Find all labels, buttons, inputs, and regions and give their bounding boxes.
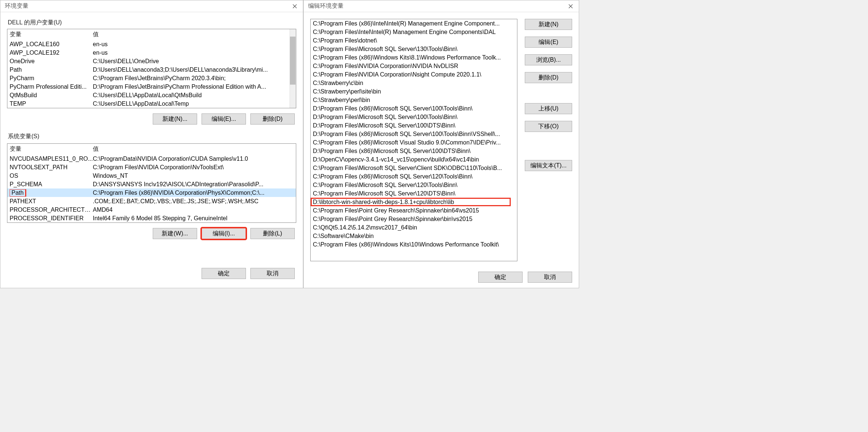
var-name: Path — [10, 189, 93, 197]
list-item[interactable]: D:\libtorch-win-shared-with-deps-1.8.1+c… — [311, 198, 511, 206]
move-down-button[interactable]: 下移(O) — [525, 121, 572, 132]
list-item[interactable]: C:\Program Files (x86)\Intel\Intel(R) Ma… — [311, 19, 511, 28]
var-value: D:\Users\DELL\anaconda3;D:\Users\DELL\an… — [93, 67, 294, 73]
var-name: PROCESSOR_ARCHITECTU... — [10, 207, 93, 213]
close-icon[interactable] — [289, 2, 301, 11]
var-value: C:\Users\DELL\AppData\Local\QtMsBuild — [93, 92, 294, 99]
list-item[interactable]: C:\Program Files\Microsoft SQL Server\12… — [311, 189, 511, 198]
close-icon[interactable] — [565, 2, 577, 11]
sys-delete-button[interactable]: 删除(L) — [250, 228, 295, 239]
list-item[interactable]: C:\Program Files\Microsoft SQL Server\Cl… — [311, 164, 511, 172]
col-value: 值 — [93, 145, 99, 153]
table-row[interactable]: AWP_LOCALE192en-us — [7, 48, 296, 57]
sys-new-button[interactable]: 新建(W)... — [153, 228, 197, 239]
var-value: C:\Program Files\NVIDIA Corporation\NvTo… — [93, 164, 294, 171]
list-item[interactable]: D:\Program Files\Microsoft SQL Server\10… — [311, 121, 511, 130]
table-row[interactable]: QtMsBuildC:\Users\DELL\AppData\Local\QtM… — [7, 91, 296, 99]
var-value: C:\Program Files\JetBrains\PyCharm 2020.… — [93, 75, 294, 82]
list-item[interactable]: D:\Program Files (x86)\Microsoft SQL Ser… — [311, 104, 511, 113]
table-row[interactable]: PathC:\Program Files (x86)\NVIDIA Corpor… — [7, 188, 296, 197]
new-button[interactable]: 新建(N) — [525, 19, 572, 30]
list-item[interactable]: C:\Program Files\Point Grey Research\Spi… — [311, 215, 511, 223]
edit-button[interactable]: 编辑(E) — [525, 37, 572, 48]
ok-button[interactable]: 确定 — [478, 272, 523, 283]
list-item[interactable]: D:\Program Files (x86)\Microsoft SQL Ser… — [311, 130, 511, 138]
user-new-button[interactable]: 新建(N)... — [153, 113, 197, 125]
list-item[interactable]: C:\Program Files\Intel\Intel(R) Manageme… — [311, 28, 511, 36]
var-name: AWP_LOCALE160 — [10, 41, 93, 48]
column-header: 变量 值 — [7, 29, 296, 40]
var-value: C:\ProgramData\NVIDIA Corporation\CUDA S… — [93, 156, 294, 162]
list-item[interactable]: C:\Strawberry\c\bin — [311, 79, 511, 87]
ok-button[interactable]: 确定 — [202, 268, 246, 279]
list-item[interactable]: D:\OpenCV\opencv-3.4.1-vc14_vc15\opencv\… — [311, 155, 511, 164]
var-value: Intel64 Family 6 Model 85 Stepping 7, Ge… — [93, 215, 294, 222]
list-item[interactable]: C:\Program Files\NVIDIA Corporation\NVID… — [311, 62, 511, 70]
var-value: .COM;.EXE;.BAT;.CMD;.VBS;.VBE;.JS;.JSE;.… — [93, 198, 294, 205]
list-item[interactable]: C:\Program Files (x86)\Microsoft Visual … — [311, 138, 511, 147]
list-item[interactable]: C:\Software\CMake\bin — [311, 232, 511, 240]
table-row[interactable]: PROCESSOR_IDENTIFIERIntel64 Family 6 Mod… — [7, 214, 296, 222]
list-item[interactable]: C:\Program Files\Microsoft SQL Server\12… — [311, 181, 511, 189]
var-value: en-us — [93, 50, 294, 56]
table-row[interactable]: PathD:\Users\DELL\anaconda3;D:\Users\DEL… — [7, 65, 296, 74]
var-value: C:\Program Files (x86)\NVIDIA Corporatio… — [93, 190, 294, 196]
var-name: NVTOOLSEXT_PATH — [10, 164, 93, 171]
col-variable: 变量 — [10, 145, 93, 153]
scrollbar[interactable] — [290, 29, 296, 108]
table-row[interactable]: PATHEXT.COM;.EXE;.BAT;.CMD;.VBS;.VBE;.JS… — [7, 197, 296, 205]
var-value: C:\Users\DELL\AppData\Local\Temp — [93, 101, 294, 107]
list-item[interactable]: C:\Strawberry\perl\bin — [311, 96, 511, 104]
sys-edit-button[interactable]: 编辑(I)... — [202, 228, 246, 239]
list-item[interactable]: C:\Strawberry\perl\site\bin — [311, 87, 511, 96]
list-item[interactable]: C:\Program Files\Point Grey Research\Spi… — [311, 206, 511, 215]
list-item[interactable]: D:\Program Files (x86)\Microsoft SQL Ser… — [311, 147, 511, 155]
table-row[interactable]: PyCharmC:\Program Files\JetBrains\PyChar… — [7, 74, 296, 82]
list-item[interactable]: D:\Program Files\Microsoft SQL Server\10… — [311, 113, 511, 121]
user-delete-button[interactable]: 删除(D) — [250, 113, 295, 125]
list-item[interactable]: C:\Program Files\dotnet\ — [311, 36, 511, 45]
table-row[interactable]: P_SCHEMAD:\ANSYS\ANSYS Inc\v192\AISOL\CA… — [7, 180, 296, 188]
table-row[interactable]: PyCharm Professional Editi...D:\Program … — [7, 82, 296, 91]
var-value: C:\Users\DELL\OneDrive — [93, 58, 294, 65]
table-row[interactable]: OSWindows_NT — [7, 171, 296, 180]
list-item[interactable]: C:\Program Files (x86)\Microsoft SQL Ser… — [311, 172, 511, 181]
var-name: PROCESSOR_IDENTIFIER — [10, 215, 93, 222]
delete-button[interactable]: 删除(D) — [525, 72, 572, 83]
cancel-button[interactable]: 取消 — [528, 272, 572, 283]
user-vars-listbox[interactable]: 变量 值 AWP_LOCALE160en-usAWP_LOCALE192en-u… — [7, 29, 296, 108]
col-value: 值 — [93, 31, 99, 38]
table-row[interactable]: PROCESSOR_ARCHITECTU...AMD64 — [7, 205, 296, 214]
list-item[interactable]: C:\Program Files\NVIDIA Corporation\Nsig… — [311, 70, 511, 79]
sys-vars-listbox[interactable]: 变量 值 NVCUDASAMPLES11_0_RO...C:\ProgramDa… — [7, 143, 296, 223]
list-item[interactable]: C:\Program Files (x86)\Windows Kits\8.1\… — [311, 53, 511, 62]
list-item[interactable]: C:\Program Files (x86)\Windows Kits\10\W… — [311, 240, 511, 249]
var-value: Windows_NT — [93, 173, 294, 179]
move-up-button[interactable]: 上移(U) — [525, 103, 572, 114]
table-row[interactable]: AWP_LOCALE160en-us — [7, 40, 296, 48]
browse-button[interactable]: 浏览(B)... — [525, 54, 572, 65]
path-values-listbox[interactable]: C:\Program Files (x86)\Intel\Intel(R) Ma… — [310, 19, 517, 261]
window-title: 编辑环境变量 — [308, 2, 344, 10]
user-vars-label: DELL 的用户变量(U) — [8, 19, 296, 27]
var-name: PATHEXT — [10, 198, 93, 205]
titlebar: 环境变量 — [0, 0, 303, 12]
list-item[interactable]: C:\Qt\Qt5.14.2\5.14.2\msvc2017_64\bin — [311, 223, 511, 232]
table-row[interactable]: TEMPC:\Users\DELL\AppData\Local\Temp — [7, 99, 296, 108]
user-edit-button[interactable]: 编辑(E)... — [202, 113, 246, 125]
edit-text-button[interactable]: 编辑文本(T)... — [525, 160, 572, 171]
table-row[interactable]: OneDriveC:\Users\DELL\OneDrive — [7, 57, 296, 65]
table-row[interactable]: NVCUDASAMPLES11_0_RO...C:\ProgramData\NV… — [7, 154, 296, 163]
list-item[interactable]: C:\Program Files\Microsoft SQL Server\13… — [311, 45, 511, 53]
var-name: NVCUDASAMPLES11_0_RO... — [10, 156, 93, 162]
var-value: en-us — [93, 41, 294, 48]
var-name: PyCharm Professional Editi... — [10, 84, 93, 90]
env-vars-dialog: 环境变量 DELL 的用户变量(U) 变量 值 AWP_LOCALE160en-… — [0, 0, 303, 288]
col-variable: 变量 — [10, 31, 93, 38]
window-title: 环境变量 — [5, 2, 28, 10]
var-name: TEMP — [10, 101, 93, 107]
var-value: D:\ANSYS\ANSYS Inc\v192\AISOL\CADIntegra… — [93, 181, 294, 188]
cancel-button[interactable]: 取消 — [250, 268, 295, 279]
var-name: OneDrive — [10, 58, 93, 65]
table-row[interactable]: NVTOOLSEXT_PATHC:\Program Files\NVIDIA C… — [7, 163, 296, 171]
